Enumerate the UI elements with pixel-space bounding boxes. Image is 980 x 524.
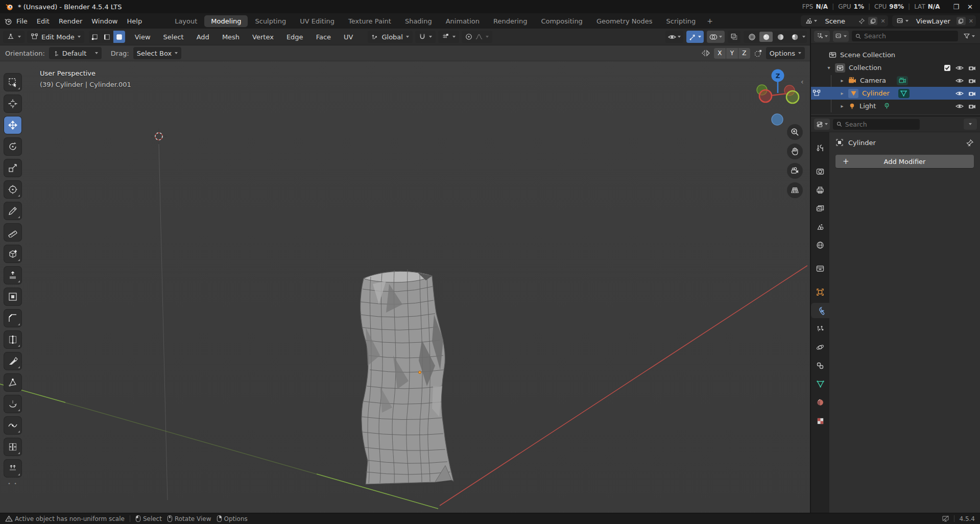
tab-layout[interactable]: Layout — [168, 15, 204, 27]
tool-edge-slide[interactable] — [4, 438, 21, 456]
network-offline-icon[interactable] — [942, 515, 949, 522]
orientation-dropdown[interactable]: Default — [49, 47, 102, 59]
light-data-badge[interactable] — [883, 103, 890, 109]
transform-orientation-dropdown[interactable]: Global — [368, 31, 412, 43]
mesh-data-badge[interactable] — [898, 89, 910, 98]
viewport-menu-vertex[interactable]: Vertex — [247, 33, 279, 41]
outliner-filter-dropdown[interactable] — [961, 31, 977, 42]
viewport-menu-add[interactable]: Add — [192, 33, 214, 41]
viewport-menu-edge[interactable]: Edge — [281, 33, 308, 41]
tool-move[interactable] — [4, 116, 21, 134]
view-layer-copy-button[interactable] — [957, 17, 966, 25]
snap-toggle-button[interactable] — [415, 31, 436, 43]
tab-geometry-nodes[interactable]: Geometry Nodes — [590, 15, 659, 27]
tab-animation[interactable]: Animation — [439, 15, 486, 27]
tab-shading[interactable]: Shading — [398, 15, 439, 27]
tool-bevel[interactable] — [4, 309, 21, 327]
restore-window-button[interactable]: ❐ — [951, 3, 961, 11]
tab-modifier-properties[interactable] — [811, 303, 829, 318]
disable-render-camera-icon[interactable] — [968, 103, 976, 109]
tab-scene-properties[interactable] — [811, 219, 829, 234]
tool-rotate[interactable] — [4, 138, 21, 155]
zoom-view-button[interactable] — [787, 124, 803, 140]
object-visibility-dropdown[interactable] — [665, 31, 683, 43]
viewport-menu-mesh[interactable]: Mesh — [217, 33, 245, 41]
hide-viewport-eye-icon[interactable] — [955, 90, 964, 97]
tool-select-box[interactable] — [4, 74, 21, 91]
options-dropdown[interactable]: Options — [766, 47, 805, 59]
view-layer-remove-button[interactable]: ✕ — [969, 18, 973, 25]
hide-viewport-eye-icon[interactable] — [955, 103, 964, 109]
tab-render-properties[interactable] — [811, 164, 829, 179]
tool-inset-faces[interactable] — [4, 288, 21, 305]
blender-app-menu-icon[interactable] — [4, 17, 12, 25]
disable-render-camera-icon[interactable] — [968, 65, 976, 71]
tab-particle-properties[interactable] — [811, 321, 829, 337]
show-overlays-toggle[interactable] — [707, 31, 725, 43]
camera-view-button[interactable] — [787, 163, 803, 179]
tab-compositing[interactable]: Compositing — [534, 15, 589, 27]
mirror-y-button[interactable]: Y — [726, 48, 738, 59]
camera-data-badge[interactable] — [897, 76, 908, 85]
viewport-canvas[interactable] — [0, 29, 810, 513]
tool-annotate[interactable] — [4, 202, 21, 220]
toggle-ortho-button[interactable] — [787, 182, 803, 198]
outliner-filter-mode-dropdown[interactable] — [833, 31, 849, 42]
view-layer-name[interactable]: ViewLayer — [913, 17, 953, 25]
shading-wireframe-button[interactable] — [745, 32, 758, 42]
tool-spin[interactable] — [4, 395, 21, 413]
tab-collection-properties[interactable] — [811, 261, 829, 276]
properties-options-dropdown[interactable] — [964, 118, 977, 130]
tool-knife[interactable] — [4, 352, 21, 370]
toolbar-overflow-indicator[interactable]: • • — [4, 481, 21, 486]
shading-material-button[interactable] — [774, 32, 787, 42]
menu-render[interactable]: Render — [54, 16, 87, 27]
hide-viewport-eye-icon[interactable] — [955, 65, 964, 71]
outliner-search-input[interactable] — [864, 32, 954, 40]
expand-collapse-icon[interactable]: ▾ — [826, 65, 831, 70]
tab-object-data-properties[interactable] — [811, 376, 829, 392]
vertex-select-button[interactable] — [89, 31, 101, 43]
tool-shrink-fatten[interactable] — [4, 460, 21, 477]
menu-help[interactable]: Help — [123, 16, 147, 27]
mirror-z-button[interactable]: Z — [738, 48, 750, 59]
tab-modeling[interactable]: Modeling — [204, 15, 248, 27]
tab-rendering[interactable]: Rendering — [487, 15, 534, 27]
outliner-row-light[interactable]: ▸ Light — [811, 100, 980, 112]
disable-render-camera-icon[interactable] — [968, 90, 976, 97]
viewport-menu-view[interactable]: View — [130, 33, 156, 41]
viewport-menu-face[interactable]: Face — [311, 33, 336, 41]
toggle-xray-button[interactable] — [728, 31, 740, 43]
pin-icon[interactable] — [966, 139, 974, 147]
mirror-x-button[interactable]: X — [714, 48, 726, 59]
snap-base-icon[interactable] — [754, 49, 762, 58]
breadcrumb-object-name[interactable]: Cylinder — [848, 139, 876, 147]
hide-viewport-eye-icon[interactable] — [955, 78, 964, 84]
collapse-sidebar-icon[interactable]: ‹ — [801, 78, 804, 86]
tab-scripting[interactable]: Scripting — [660, 15, 703, 27]
tool-transform[interactable] — [4, 181, 21, 198]
viewport-menu-uv[interactable]: UV — [339, 33, 358, 41]
add-workspace-button[interactable]: + — [703, 17, 717, 25]
pin-icon[interactable] — [858, 18, 865, 25]
tab-physics-properties[interactable] — [811, 340, 829, 355]
expand-icon[interactable]: ▸ — [840, 90, 845, 96]
tool-measure[interactable] — [4, 224, 21, 241]
tab-sculpting[interactable]: Sculpting — [248, 15, 293, 27]
properties-search-input[interactable] — [845, 121, 916, 128]
collection-checkbox[interactable] — [944, 64, 951, 72]
outliner-search[interactable] — [852, 31, 958, 41]
tab-texture-properties[interactable] — [811, 413, 829, 428]
tab-object-properties[interactable] — [811, 284, 829, 300]
shading-rendered-button[interactable] — [788, 32, 801, 42]
tool-extrude-region[interactable] — [4, 267, 21, 284]
properties-editor-type-button[interactable] — [814, 118, 830, 130]
tab-texture-paint[interactable]: Texture Paint — [342, 15, 398, 27]
tool-add-cube[interactable] — [4, 245, 21, 263]
outliner-row-collection[interactable]: ▾ Collection — [811, 61, 980, 74]
shading-solid-button[interactable] — [759, 32, 773, 42]
expand-icon[interactable]: ▸ — [840, 78, 845, 83]
outliner-row-scene-collection[interactable]: Scene Collection — [811, 49, 980, 61]
tab-world-properties[interactable] — [811, 237, 829, 253]
menu-window[interactable]: Window — [87, 16, 122, 27]
